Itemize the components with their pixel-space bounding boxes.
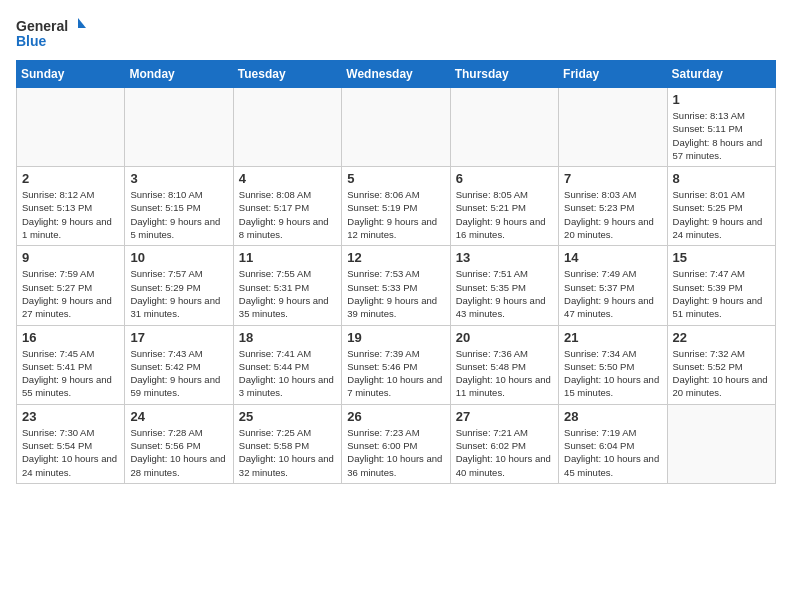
calendar-cell: 15Sunrise: 7:47 AM Sunset: 5:39 PM Dayli… bbox=[667, 246, 775, 325]
weekday-header-saturday: Saturday bbox=[667, 61, 775, 88]
calendar-cell: 7Sunrise: 8:03 AM Sunset: 5:23 PM Daylig… bbox=[559, 167, 667, 246]
day-info: Sunrise: 7:45 AM Sunset: 5:41 PM Dayligh… bbox=[22, 347, 119, 400]
day-number: 20 bbox=[456, 330, 553, 345]
day-info: Sunrise: 8:10 AM Sunset: 5:15 PM Dayligh… bbox=[130, 188, 227, 241]
calendar-cell bbox=[342, 88, 450, 167]
day-number: 22 bbox=[673, 330, 770, 345]
day-info: Sunrise: 8:06 AM Sunset: 5:19 PM Dayligh… bbox=[347, 188, 444, 241]
day-number: 11 bbox=[239, 250, 336, 265]
day-info: Sunrise: 7:36 AM Sunset: 5:48 PM Dayligh… bbox=[456, 347, 553, 400]
calendar-cell: 9Sunrise: 7:59 AM Sunset: 5:27 PM Daylig… bbox=[17, 246, 125, 325]
day-info: Sunrise: 7:19 AM Sunset: 6:04 PM Dayligh… bbox=[564, 426, 661, 479]
calendar-cell: 26Sunrise: 7:23 AM Sunset: 6:00 PM Dayli… bbox=[342, 404, 450, 483]
day-number: 24 bbox=[130, 409, 227, 424]
calendar-cell: 20Sunrise: 7:36 AM Sunset: 5:48 PM Dayli… bbox=[450, 325, 558, 404]
day-info: Sunrise: 7:23 AM Sunset: 6:00 PM Dayligh… bbox=[347, 426, 444, 479]
calendar-week-5: 23Sunrise: 7:30 AM Sunset: 5:54 PM Dayli… bbox=[17, 404, 776, 483]
day-number: 1 bbox=[673, 92, 770, 107]
day-number: 16 bbox=[22, 330, 119, 345]
weekday-header-monday: Monday bbox=[125, 61, 233, 88]
day-number: 27 bbox=[456, 409, 553, 424]
calendar-cell: 10Sunrise: 7:57 AM Sunset: 5:29 PM Dayli… bbox=[125, 246, 233, 325]
svg-marker-2 bbox=[78, 18, 86, 28]
day-number: 23 bbox=[22, 409, 119, 424]
calendar-cell bbox=[450, 88, 558, 167]
calendar-cell: 22Sunrise: 7:32 AM Sunset: 5:52 PM Dayli… bbox=[667, 325, 775, 404]
day-number: 4 bbox=[239, 171, 336, 186]
day-info: Sunrise: 7:30 AM Sunset: 5:54 PM Dayligh… bbox=[22, 426, 119, 479]
day-number: 14 bbox=[564, 250, 661, 265]
day-number: 28 bbox=[564, 409, 661, 424]
day-number: 25 bbox=[239, 409, 336, 424]
calendar-cell: 21Sunrise: 7:34 AM Sunset: 5:50 PM Dayli… bbox=[559, 325, 667, 404]
calendar-cell: 17Sunrise: 7:43 AM Sunset: 5:42 PM Dayli… bbox=[125, 325, 233, 404]
calendar-cell bbox=[559, 88, 667, 167]
calendar-cell: 12Sunrise: 7:53 AM Sunset: 5:33 PM Dayli… bbox=[342, 246, 450, 325]
page-header: General Blue bbox=[16, 16, 776, 52]
calendar-cell: 27Sunrise: 7:21 AM Sunset: 6:02 PM Dayli… bbox=[450, 404, 558, 483]
day-info: Sunrise: 8:05 AM Sunset: 5:21 PM Dayligh… bbox=[456, 188, 553, 241]
calendar-cell: 8Sunrise: 8:01 AM Sunset: 5:25 PM Daylig… bbox=[667, 167, 775, 246]
logo: General Blue bbox=[16, 16, 86, 52]
calendar-cell bbox=[233, 88, 341, 167]
day-number: 17 bbox=[130, 330, 227, 345]
calendar-cell: 25Sunrise: 7:25 AM Sunset: 5:58 PM Dayli… bbox=[233, 404, 341, 483]
day-info: Sunrise: 7:28 AM Sunset: 5:56 PM Dayligh… bbox=[130, 426, 227, 479]
day-number: 13 bbox=[456, 250, 553, 265]
day-number: 19 bbox=[347, 330, 444, 345]
day-number: 8 bbox=[673, 171, 770, 186]
day-number: 7 bbox=[564, 171, 661, 186]
day-info: Sunrise: 7:21 AM Sunset: 6:02 PM Dayligh… bbox=[456, 426, 553, 479]
day-number: 15 bbox=[673, 250, 770, 265]
day-info: Sunrise: 7:51 AM Sunset: 5:35 PM Dayligh… bbox=[456, 267, 553, 320]
calendar-cell: 11Sunrise: 7:55 AM Sunset: 5:31 PM Dayli… bbox=[233, 246, 341, 325]
weekday-header-friday: Friday bbox=[559, 61, 667, 88]
day-number: 10 bbox=[130, 250, 227, 265]
day-info: Sunrise: 7:25 AM Sunset: 5:58 PM Dayligh… bbox=[239, 426, 336, 479]
calendar-cell bbox=[667, 404, 775, 483]
calendar-cell: 18Sunrise: 7:41 AM Sunset: 5:44 PM Dayli… bbox=[233, 325, 341, 404]
day-info: Sunrise: 7:41 AM Sunset: 5:44 PM Dayligh… bbox=[239, 347, 336, 400]
calendar-cell: 28Sunrise: 7:19 AM Sunset: 6:04 PM Dayli… bbox=[559, 404, 667, 483]
weekday-header-tuesday: Tuesday bbox=[233, 61, 341, 88]
calendar-cell: 4Sunrise: 8:08 AM Sunset: 5:17 PM Daylig… bbox=[233, 167, 341, 246]
day-number: 9 bbox=[22, 250, 119, 265]
calendar-cell: 13Sunrise: 7:51 AM Sunset: 5:35 PM Dayli… bbox=[450, 246, 558, 325]
calendar-cell: 1Sunrise: 8:13 AM Sunset: 5:11 PM Daylig… bbox=[667, 88, 775, 167]
logo-svg: General Blue bbox=[16, 16, 86, 52]
day-number: 3 bbox=[130, 171, 227, 186]
calendar-cell: 6Sunrise: 8:05 AM Sunset: 5:21 PM Daylig… bbox=[450, 167, 558, 246]
calendar-cell: 5Sunrise: 8:06 AM Sunset: 5:19 PM Daylig… bbox=[342, 167, 450, 246]
day-number: 12 bbox=[347, 250, 444, 265]
calendar-cell: 2Sunrise: 8:12 AM Sunset: 5:13 PM Daylig… bbox=[17, 167, 125, 246]
day-info: Sunrise: 7:59 AM Sunset: 5:27 PM Dayligh… bbox=[22, 267, 119, 320]
day-number: 2 bbox=[22, 171, 119, 186]
weekday-header-thursday: Thursday bbox=[450, 61, 558, 88]
day-number: 26 bbox=[347, 409, 444, 424]
day-info: Sunrise: 7:34 AM Sunset: 5:50 PM Dayligh… bbox=[564, 347, 661, 400]
day-info: Sunrise: 8:03 AM Sunset: 5:23 PM Dayligh… bbox=[564, 188, 661, 241]
calendar-cell bbox=[125, 88, 233, 167]
calendar-cell: 3Sunrise: 8:10 AM Sunset: 5:15 PM Daylig… bbox=[125, 167, 233, 246]
weekday-header-wednesday: Wednesday bbox=[342, 61, 450, 88]
svg-text:Blue: Blue bbox=[16, 33, 47, 49]
svg-text:General: General bbox=[16, 18, 68, 34]
calendar-table: SundayMondayTuesdayWednesdayThursdayFrid… bbox=[16, 60, 776, 484]
day-info: Sunrise: 7:39 AM Sunset: 5:46 PM Dayligh… bbox=[347, 347, 444, 400]
calendar-week-1: 1Sunrise: 8:13 AM Sunset: 5:11 PM Daylig… bbox=[17, 88, 776, 167]
day-number: 21 bbox=[564, 330, 661, 345]
day-info: Sunrise: 7:43 AM Sunset: 5:42 PM Dayligh… bbox=[130, 347, 227, 400]
day-info: Sunrise: 8:08 AM Sunset: 5:17 PM Dayligh… bbox=[239, 188, 336, 241]
day-info: Sunrise: 7:49 AM Sunset: 5:37 PM Dayligh… bbox=[564, 267, 661, 320]
day-number: 6 bbox=[456, 171, 553, 186]
day-info: Sunrise: 8:13 AM Sunset: 5:11 PM Dayligh… bbox=[673, 109, 770, 162]
day-info: Sunrise: 7:32 AM Sunset: 5:52 PM Dayligh… bbox=[673, 347, 770, 400]
day-info: Sunrise: 8:01 AM Sunset: 5:25 PM Dayligh… bbox=[673, 188, 770, 241]
day-info: Sunrise: 8:12 AM Sunset: 5:13 PM Dayligh… bbox=[22, 188, 119, 241]
calendar-week-3: 9Sunrise: 7:59 AM Sunset: 5:27 PM Daylig… bbox=[17, 246, 776, 325]
calendar-header-row: SundayMondayTuesdayWednesdayThursdayFrid… bbox=[17, 61, 776, 88]
calendar-week-2: 2Sunrise: 8:12 AM Sunset: 5:13 PM Daylig… bbox=[17, 167, 776, 246]
day-info: Sunrise: 7:57 AM Sunset: 5:29 PM Dayligh… bbox=[130, 267, 227, 320]
weekday-header-sunday: Sunday bbox=[17, 61, 125, 88]
day-info: Sunrise: 7:47 AM Sunset: 5:39 PM Dayligh… bbox=[673, 267, 770, 320]
